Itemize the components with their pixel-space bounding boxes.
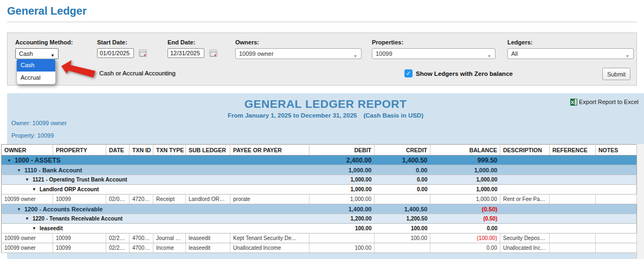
group-tail-cell xyxy=(500,156,637,165)
submit-button[interactable]: Submit xyxy=(602,68,630,80)
export-label: Export Report to Excel xyxy=(579,99,639,105)
owners-label: Owners: xyxy=(235,39,259,46)
group-label-cell: ▼1200 - Accounts Receivable xyxy=(2,204,310,214)
end-date-input[interactable] xyxy=(168,48,204,58)
column-header-owner: OWNER xyxy=(2,145,53,156)
ledger-cell: 100.00 xyxy=(375,234,430,243)
calendar-icon xyxy=(210,51,216,56)
group-tail-cell xyxy=(500,224,637,234)
group-debit: 1,000.00 xyxy=(310,165,375,175)
column-header-sub-ledger: SUB LEDGER xyxy=(186,145,230,156)
column-header-notes: NOTES xyxy=(596,145,637,156)
ledger-group-row[interactable]: ▼leaseedit100.00100.000.00 xyxy=(2,224,637,234)
excel-icon: X xyxy=(570,99,577,106)
ledger-group-row[interactable]: ▼1200 - Accounts Receivable1,400.001,400… xyxy=(2,204,637,214)
ledger-cell: 47002285 xyxy=(130,243,153,253)
accounting-method-value: Cash xyxy=(19,50,33,57)
ledger-group-row[interactable]: ▼1110 - Bank Account1,000.000.001,000.00 xyxy=(2,165,637,175)
group-tail-cell xyxy=(500,204,637,214)
ledgers-select[interactable]: All ▼ xyxy=(507,48,634,59)
collapse-triangle-icon[interactable]: ▼ xyxy=(25,216,29,221)
group-label: 1220 - Tenants Receivable Account xyxy=(33,216,123,222)
ledger-cell: 10099 owner xyxy=(2,234,53,243)
chevron-down-icon: ▼ xyxy=(353,51,357,61)
accounting-method-select[interactable]: Cash ▼ xyxy=(15,48,59,59)
export-to-excel-link[interactable]: X Export Report to Excel xyxy=(570,99,639,106)
group-label-cell: ▼1220 - Tenants Receivable Account xyxy=(2,214,310,224)
group-balance: 999.50 xyxy=(430,156,500,165)
ledger-cell: Unallocated Income xyxy=(230,243,310,253)
column-header-payee-or-payer: PAYEE OR PAYER xyxy=(230,145,310,156)
ledger-cell xyxy=(550,234,596,243)
group-tail-cell xyxy=(500,214,637,224)
column-header-credit: CREDIT xyxy=(375,145,430,156)
collapse-triangle-icon[interactable]: ▼ xyxy=(32,187,36,192)
chevron-down-icon: ▼ xyxy=(487,51,491,61)
ledger-cell xyxy=(375,243,430,253)
ledger-cell: 1,000.00 xyxy=(430,195,500,204)
ledger-cell: 10099 xyxy=(53,234,106,243)
page-title: General Ledger xyxy=(7,5,87,17)
ledger-table-container: OWNERPROPERTYDATETXN IDTXN TYPESUB LEDGE… xyxy=(1,144,636,253)
group-debit: 1,200.00 xyxy=(310,214,375,224)
properties-select[interactable]: 10099 ▼ xyxy=(372,48,495,59)
collapse-triangle-icon[interactable]: ▼ xyxy=(17,207,21,212)
ledger-group-row[interactable]: ▼Landlord ORP Account1,000.000.001,000.0… xyxy=(2,185,637,195)
ledger-cell: Kept Tenant Security De... xyxy=(230,234,310,243)
zero-balance-checkbox[interactable]: ✓ xyxy=(404,69,413,77)
group-label-cell: ▼leaseedit xyxy=(2,224,310,234)
owners-select[interactable]: 10099 owner ▼ xyxy=(235,48,362,59)
column-header-balance: BALANCE xyxy=(430,145,500,156)
group-debit: 100.00 xyxy=(310,224,375,234)
ledger-cell: Landlord ORP Account xyxy=(186,195,230,204)
ledger-cell: 02/26/2025 xyxy=(106,243,130,253)
accounting-method-label: Accounting Method: xyxy=(15,39,73,46)
collapse-triangle-icon[interactable]: ▼ xyxy=(32,226,36,231)
group-label-cell: ▼1121 - Operating Trust Bank Account xyxy=(2,175,310,185)
ledger-cell xyxy=(310,234,375,243)
chevron-down-icon: ▼ xyxy=(626,51,629,61)
ledger-group-row[interactable]: ▼1000 - ASSETS2,400.001,400.50999.50 xyxy=(2,156,637,165)
column-header-description: DESCRIPTION xyxy=(500,145,550,156)
ledger-cell: 47203646 xyxy=(130,195,153,204)
report-title: GENERAL LEDGER REPORT xyxy=(7,98,644,111)
ledger-cell xyxy=(550,243,596,253)
ledger-detail-row: 10099 owner1009902/26/202547002285Journa… xyxy=(2,234,637,243)
ledger-cell: 10099 xyxy=(53,243,106,253)
dropdown-option-accrual[interactable]: Accrual xyxy=(17,72,55,84)
group-credit: 1,400.50 xyxy=(375,156,430,165)
group-label: 1110 - Bank Account xyxy=(24,167,82,173)
vertical-scrollbar[interactable] xyxy=(636,144,644,259)
property-meta-label: Property: xyxy=(11,132,36,139)
ledger-cell xyxy=(375,195,430,204)
collapse-triangle-icon[interactable]: ▼ xyxy=(7,158,11,163)
dropdown-option-cash[interactable]: Cash xyxy=(17,59,55,72)
ledgers-label: Ledgers: xyxy=(507,39,532,46)
filter-panel: Accounting Method: Cash ▼ Start Date: En… xyxy=(7,33,637,86)
start-date-calendar-button[interactable] xyxy=(139,49,147,57)
ledger-cell: 02/01/2025 xyxy=(106,195,130,204)
ledger-cell: 1,000.00 xyxy=(310,195,375,204)
group-balance: 1,000.00 xyxy=(430,185,500,195)
ledger-group-row[interactable]: ▼1220 - Tenants Receivable Account1,200.… xyxy=(2,214,637,224)
group-debit: 1,000.00 xyxy=(310,185,375,195)
arrow-shape xyxy=(61,60,95,77)
group-credit: 0.00 xyxy=(375,165,430,175)
zero-balance-label: Show Ledgers with Zero balance xyxy=(416,70,513,77)
ledger-group-row[interactable]: ▼1121 - Operating Trust Bank Account1,00… xyxy=(2,175,637,185)
group-debit: 2,400.00 xyxy=(310,156,375,165)
end-date-label: End Date: xyxy=(168,39,195,46)
collapse-triangle-icon[interactable]: ▼ xyxy=(25,177,29,182)
group-tail-cell xyxy=(500,185,637,195)
ledgers-value: All xyxy=(511,50,518,57)
ledger-cell: Receipt xyxy=(153,195,186,204)
end-date-calendar-button[interactable] xyxy=(209,49,217,57)
ledger-cell: 10099 xyxy=(53,195,106,204)
collapse-triangle-icon[interactable]: ▼ xyxy=(17,168,21,173)
checkmark-icon: ✓ xyxy=(406,70,411,76)
owner-meta-label: Owner: xyxy=(11,120,30,126)
group-tail-cell xyxy=(500,175,637,185)
group-tail-cell xyxy=(500,165,637,175)
start-date-input[interactable] xyxy=(97,48,134,58)
ledger-cell: 10099 owner xyxy=(2,243,53,253)
